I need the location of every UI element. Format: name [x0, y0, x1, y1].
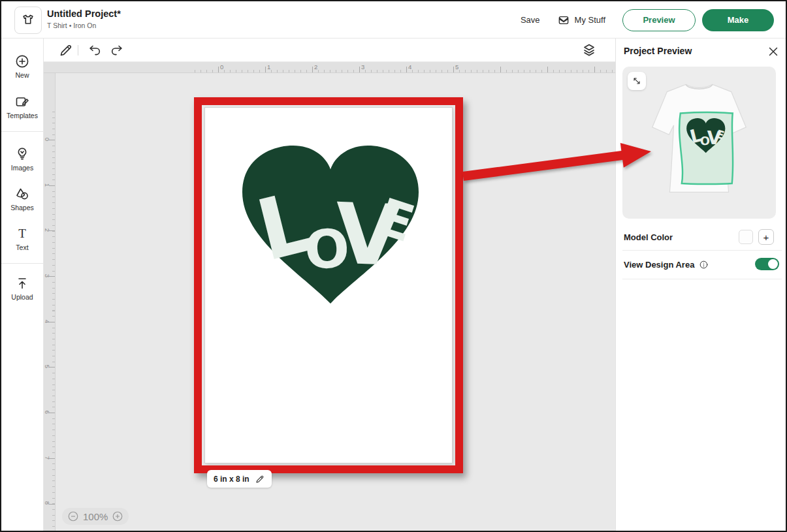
zoom-level: 100% — [83, 511, 108, 522]
love-heart-design[interactable] — [227, 135, 434, 311]
expand-preview-button[interactable] — [628, 72, 646, 90]
mat-size-label: 6 in x 8 in — [214, 475, 249, 484]
shapes-icon — [14, 186, 30, 202]
svg-text:T: T — [18, 227, 26, 240]
sidebar-item-new[interactable]: New — [1, 54, 43, 79]
sidebar-item-shapes[interactable]: Shapes — [1, 186, 43, 211]
layers-icon[interactable] — [581, 42, 597, 58]
shirt-preview-card — [622, 67, 776, 219]
close-icon[interactable] — [766, 44, 780, 59]
plus-circle-icon — [14, 54, 30, 69]
my-stuff-button[interactable]: My Stuff — [557, 14, 605, 27]
sidebar-item-images[interactable]: Images — [1, 146, 43, 172]
zoom-in-button[interactable] — [112, 510, 123, 522]
model-color-row: Model Color + — [624, 228, 780, 246]
info-icon[interactable] — [699, 260, 709, 270]
sidebar-item-upload[interactable]: Upload — [1, 275, 43, 301]
zoom-control: 100% — [62, 508, 129, 525]
canvas-area: 0 1 2 3 4 5 0 1 2 3 4 5 6 7 8 — [44, 39, 615, 532]
project-type-button[interactable] — [14, 7, 42, 34]
model-color-label: Model Color — [624, 232, 673, 242]
view-design-area-row: View Design Area — [624, 257, 780, 272]
toggle-knob — [768, 259, 778, 269]
sidebar-item-text[interactable]: T Text — [1, 226, 43, 251]
letter-t-icon: T — [14, 226, 30, 242]
panel-divider — [622, 250, 782, 251]
add-model-color-button[interactable]: + — [758, 229, 774, 245]
expand-icon — [632, 76, 642, 86]
ruler-unit-ticks — [44, 140, 55, 532]
panel-divider — [622, 279, 782, 279]
app-window: Untitled Project* T Shirt • Iron On Save… — [0, 0, 787, 532]
sidebar-divider — [1, 131, 43, 132]
save-button[interactable]: Save — [521, 15, 540, 25]
ruler-corner — [44, 62, 56, 73]
model-color-swatch[interactable] — [739, 230, 753, 244]
undo-icon[interactable] — [87, 42, 103, 58]
pencil-icon[interactable] — [58, 42, 74, 58]
make-button[interactable]: Make — [702, 9, 774, 31]
redo-icon[interactable] — [109, 42, 125, 58]
top-bar: Untitled Project* T Shirt • Iron On Save… — [1, 1, 786, 39]
toolbar-divider — [78, 45, 78, 55]
project-preview-panel: Project Preview Model Color + Vi — [615, 39, 787, 532]
zoom-out-button[interactable] — [67, 510, 79, 522]
horizontal-ruler: 0 1 2 3 4 5 — [56, 62, 615, 73]
project-title: Untitled Project* — [47, 8, 121, 19]
upload-arrow-icon — [14, 275, 30, 291]
view-design-area-toggle[interactable] — [755, 258, 779, 270]
panel-title: Project Preview — [624, 46, 692, 56]
envelope-icon — [557, 14, 570, 27]
pencil-icon — [255, 474, 265, 484]
sidebar-item-templates[interactable]: Templates — [1, 94, 43, 119]
vertical-ruler: 0 1 2 3 4 5 6 7 8 — [44, 73, 56, 532]
project-subtitle: T Shirt • Iron On — [47, 22, 96, 29]
template-pencil-icon — [14, 94, 30, 110]
mat-size-tag[interactable]: 6 in x 8 in — [207, 470, 272, 488]
lightbulb-icon — [14, 146, 30, 162]
left-sidebar: New Templates Images Shapes — [1, 39, 44, 532]
tshirt-icon — [20, 12, 36, 28]
top-bar-actions: Save My Stuff Preview Make — [521, 1, 774, 39]
design-mat[interactable] — [204, 107, 453, 463]
tshirt-preview-image — [632, 76, 766, 210]
sidebar-divider — [1, 263, 43, 264]
canvas-toolbar — [44, 39, 615, 62]
view-design-area-label: View Design Area — [624, 260, 694, 270]
preview-button[interactable]: Preview — [622, 9, 696, 31]
ruler-unit-ticks — [218, 62, 615, 72]
